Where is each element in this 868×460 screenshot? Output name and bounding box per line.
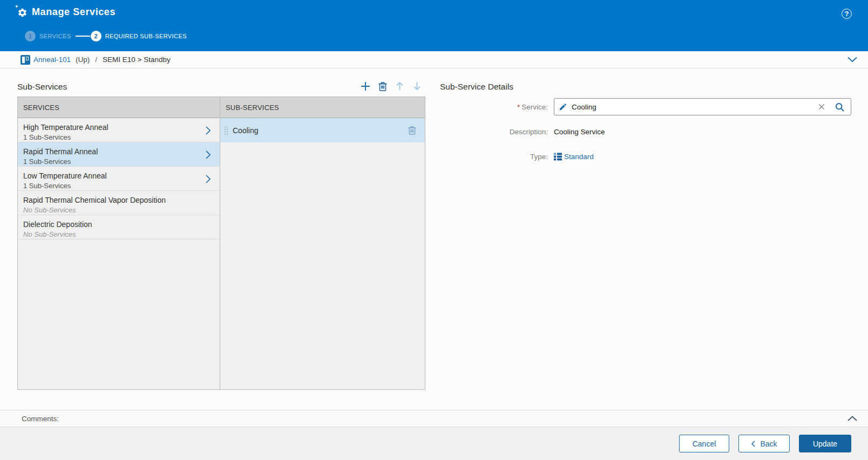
delete-icon[interactable]	[378, 81, 387, 91]
back-chevron-icon	[751, 441, 755, 447]
wizard-stepper: 1 SERVICES 2 REQUIRED SUB-SERVICES	[25, 31, 868, 42]
breadcrumb-separator: /	[95, 56, 97, 64]
chevron-down-icon[interactable]	[847, 57, 857, 63]
footer-actions: Cancel Back Update	[0, 427, 868, 460]
service-row[interactable]: Dielectric Deposition No Sub-Services	[18, 215, 220, 239]
equipment-icon	[21, 55, 30, 65]
service-subtitle: No Sub-Services	[23, 230, 214, 239]
step-1-label: SERVICES	[39, 33, 71, 39]
sub-service-name: Cooling	[233, 126, 258, 135]
page-title: Manage Services	[32, 6, 116, 18]
description-value: Cooling Service	[554, 128, 605, 136]
drag-handle-icon[interactable]	[224, 126, 228, 135]
type-label: Type:	[440, 153, 548, 161]
chevron-up-icon[interactable]	[847, 416, 857, 421]
details-form: *Service: Cooling Description: Coolin	[440, 98, 851, 173]
chevron-right-icon[interactable]	[206, 175, 211, 183]
clear-icon[interactable]	[818, 104, 825, 110]
service-input[interactable]: Cooling	[554, 98, 851, 115]
breadcrumb-path: SEMI E10 > Standby	[103, 56, 171, 64]
type-grid-icon	[554, 153, 562, 161]
sub-services-title: Sub-Services	[17, 81, 67, 92]
service-name: High Temperature Anneal	[23, 122, 214, 133]
description-field-row: Description: Cooling Service	[440, 123, 851, 140]
remove-sub-service-icon[interactable]	[408, 126, 416, 135]
comments-label: Comments:	[22, 415, 59, 423]
service-label: *Service:	[440, 103, 548, 111]
breadcrumb-up: (Up)	[76, 56, 90, 64]
step-services[interactable]: 1 SERVICES	[25, 31, 71, 42]
type-field-row: Type: Standard	[440, 148, 851, 165]
service-input-value: Cooling	[572, 103, 596, 111]
service-name: Rapid Thermal Anneal	[23, 146, 214, 157]
move-down-icon[interactable]	[412, 81, 422, 91]
move-up-icon[interactable]	[395, 81, 404, 91]
comments-bar[interactable]: Comments:	[0, 410, 868, 427]
step-2-label: REQUIRED SUB-SERVICES	[105, 33, 187, 39]
details-title: Sub-Service Details	[440, 81, 851, 92]
service-name: Low Temperature Anneal	[23, 170, 214, 181]
service-field-row: *Service: Cooling	[440, 98, 851, 115]
step-2-circle: 2	[91, 31, 101, 42]
step-connector	[76, 36, 90, 37]
services-table: SERVICES High Temperature Anneal 1 Sub-S…	[17, 97, 425, 390]
service-subtitle: No Sub-Services	[23, 205, 214, 215]
services-column-header: SERVICES	[18, 97, 220, 118]
required-mark: *	[517, 103, 520, 111]
spark-icon: ✦	[15, 4, 19, 9]
cancel-button[interactable]: Cancel	[679, 435, 729, 452]
service-row[interactable]: Low Temperature Anneal 1 Sub-Services	[18, 167, 220, 191]
breadcrumb: Anneal-101 (Up) / SEMI E10 > Standby	[0, 51, 868, 68]
search-icon[interactable]	[835, 102, 844, 112]
service-row[interactable]: Rapid Thermal Chemical Vapor Deposition …	[18, 191, 220, 215]
type-value[interactable]: Standard	[554, 153, 594, 161]
services-gear-icon: ✦	[16, 6, 28, 18]
description-label: Description:	[440, 128, 548, 136]
add-icon[interactable]	[361, 81, 370, 91]
step-1-circle: 1	[25, 31, 36, 42]
update-button[interactable]: Update	[799, 435, 851, 452]
sub-services-column-header: SUB-SERVICES	[220, 97, 425, 118]
sub-service-details-panel: Sub-Service Details *Service: Cooling	[440, 68, 851, 410]
app-header: ✦ Manage Services ? 1 SERVICES 2 REQUIRE…	[0, 0, 868, 51]
sub-services-column: SUB-SERVICES Cooling	[220, 97, 425, 389]
chevron-right-icon[interactable]	[206, 150, 211, 159]
service-name: Dielectric Deposition	[23, 219, 214, 230]
title-row: ✦ Manage Services	[0, 0, 868, 18]
service-subtitle: 1 Sub-Services	[23, 157, 214, 167]
sub-services-toolbar	[361, 81, 425, 92]
back-button[interactable]: Back	[738, 435, 790, 452]
step-required-sub-services[interactable]: 2 REQUIRED SUB-SERVICES	[91, 31, 187, 42]
services-column: SERVICES High Temperature Anneal 1 Sub-S…	[18, 97, 220, 389]
breadcrumb-entity-link[interactable]: Anneal-101	[33, 56, 71, 64]
sub-service-row[interactable]: Cooling	[220, 118, 425, 142]
type-value-text: Standard	[564, 153, 594, 161]
sub-services-panel: Sub-Services SERVICES High	[17, 68, 425, 410]
sub-services-panel-head: Sub-Services	[17, 68, 425, 97]
service-row[interactable]: High Temperature Anneal 1 Sub-Services	[18, 118, 220, 142]
help-icon[interactable]: ?	[842, 9, 852, 19]
service-subtitle: 1 Sub-Services	[23, 133, 214, 142]
service-name: Rapid Thermal Chemical Vapor Deposition	[23, 195, 214, 205]
edit-pencil-icon	[559, 102, 567, 111]
main-content: Sub-Services SERVICES High	[0, 68, 868, 410]
service-subtitle: 1 Sub-Services	[23, 181, 214, 191]
chevron-right-icon[interactable]	[206, 126, 211, 135]
service-row[interactable]: Rapid Thermal Anneal 1 Sub-Services	[18, 142, 220, 167]
